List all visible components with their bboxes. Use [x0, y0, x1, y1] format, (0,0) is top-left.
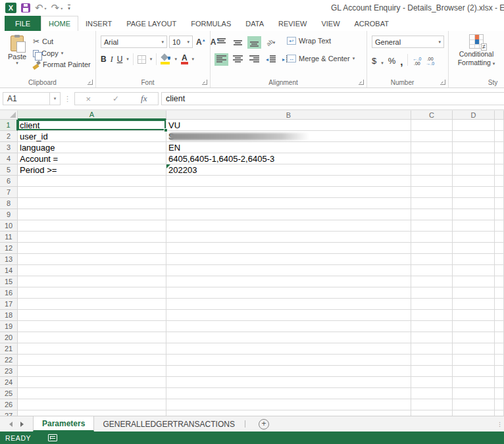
ribbon-tab-page-layout[interactable]: PAGE LAYOUT — [119, 16, 184, 31]
cell-D24[interactable] — [453, 377, 495, 388]
accounting-format-button[interactable]: $ — [372, 56, 376, 66]
cell-E13[interactable] — [495, 254, 504, 265]
formula-bar-splitter-icon[interactable]: ⋮ — [64, 95, 71, 103]
row-header-6[interactable]: 6 — [0, 176, 18, 187]
undo-caret-icon[interactable]: ▾ — [45, 6, 47, 11]
cell-E20[interactable] — [495, 332, 504, 343]
cell-A10[interactable] — [18, 220, 166, 232]
row-header-18[interactable]: 18 — [0, 310, 18, 321]
cell-A23[interactable] — [18, 366, 166, 377]
cell-B24[interactable] — [166, 377, 411, 388]
paste-caret-icon[interactable]: ▾ — [4, 61, 30, 66]
insert-function-icon[interactable]: fx — [141, 93, 147, 104]
cell-E24[interactable] — [495, 377, 504, 388]
cell-C7[interactable] — [411, 187, 453, 198]
row-header-20[interactable]: 20 — [0, 332, 18, 343]
row-header-14[interactable]: 14 — [0, 265, 18, 276]
select-all-corner[interactable] — [0, 111, 18, 120]
cell-B17[interactable] — [166, 299, 411, 310]
cell-E14[interactable] — [495, 265, 504, 276]
row-header-1[interactable]: 1 — [0, 120, 18, 131]
row-header-11[interactable]: 11 — [0, 232, 18, 243]
save-icon[interactable] — [21, 3, 30, 12]
cell-C22[interactable] — [411, 355, 453, 366]
fill-handle[interactable] — [164, 128, 168, 132]
cell-C8[interactable] — [411, 198, 453, 209]
cell-A18[interactable] — [18, 310, 166, 321]
cell-B1[interactable]: VU — [166, 120, 411, 131]
cell-C23[interactable] — [411, 366, 453, 377]
ribbon-tab-home[interactable]: HOME — [41, 16, 78, 31]
percent-style-button[interactable]: % — [388, 56, 396, 66]
cell-E2[interactable] — [495, 131, 504, 142]
fill-color-icon[interactable] — [161, 55, 170, 64]
cell-E18[interactable] — [495, 310, 504, 321]
decrease-decimal-button[interactable]: .00→.0 — [426, 57, 434, 66]
name-box[interactable]: A1 ▾ — [3, 92, 61, 105]
cell-B21[interactable] — [166, 343, 411, 355]
merge-center-button[interactable]: ↔ Merge & Center ▾ — [287, 55, 355, 62]
cell-D10[interactable] — [453, 220, 495, 232]
cell-D3[interactable] — [453, 142, 495, 153]
ribbon-tab-formulas[interactable]: FORMULAS — [184, 16, 238, 31]
bold-button[interactable]: B — [101, 55, 107, 64]
column-header-D[interactable]: D — [453, 111, 495, 120]
cell-E15[interactable] — [495, 276, 504, 287]
cell-A21[interactable] — [18, 343, 166, 355]
cell-A4[interactable]: Account = — [18, 153, 166, 164]
cell-D11[interactable] — [453, 232, 495, 243]
cell-A8[interactable] — [18, 198, 166, 209]
cell-D14[interactable] — [453, 265, 495, 276]
cell-C1[interactable] — [411, 120, 453, 131]
font-color-icon[interactable]: A — [181, 55, 188, 64]
accounting-caret-icon[interactable]: ▾ — [381, 61, 384, 66]
cancel-icon[interactable]: × — [86, 94, 91, 104]
fill-color-caret-icon[interactable]: ▾ — [174, 57, 177, 62]
cell-B19[interactable] — [166, 321, 411, 332]
cell-C10[interactable] — [411, 220, 453, 232]
row-header-17[interactable]: 17 — [0, 299, 18, 310]
cell-A12[interactable] — [18, 243, 166, 254]
cell-E1[interactable] — [495, 120, 504, 131]
cell-A9[interactable] — [18, 209, 166, 220]
font-color-caret-icon[interactable]: ▾ — [192, 57, 195, 62]
row-header-25[interactable]: 25 — [0, 388, 18, 399]
formula-input[interactable]: client — [161, 92, 504, 105]
tab-bar-splitter-icon[interactable]: ⋮ — [497, 421, 503, 428]
number-format-combo[interactable]: General ▾ — [372, 36, 444, 48]
cell-D23[interactable] — [453, 366, 495, 377]
cell-C14[interactable] — [411, 265, 453, 276]
cell-D18[interactable] — [453, 310, 495, 321]
customize-qat-icon[interactable]: ▾ — [68, 5, 70, 11]
align-left-button[interactable] — [214, 53, 228, 66]
row-header-4[interactable]: 4 — [0, 153, 18, 164]
cell-A26[interactable] — [18, 399, 166, 410]
row-header-27[interactable]: 27 — [0, 410, 18, 416]
font-name-combo[interactable]: Arial ▾ — [101, 36, 167, 48]
new-sheet-button[interactable]: + — [259, 419, 269, 430]
cell-E11[interactable] — [495, 232, 504, 243]
cell-C17[interactable] — [411, 299, 453, 310]
cell-B15[interactable] — [166, 276, 411, 287]
cell-E4[interactable] — [495, 153, 504, 164]
cell-A2[interactable]: user_id — [18, 131, 166, 142]
cell-B13[interactable] — [166, 254, 411, 265]
sheet-tab-parameters[interactable]: Parameters — [33, 416, 94, 432]
ribbon-tab-data[interactable]: DATA — [238, 16, 271, 31]
cell-D26[interactable] — [453, 399, 495, 410]
cell-B23[interactable] — [166, 366, 411, 377]
top-align-button[interactable] — [214, 36, 228, 49]
cell-A17[interactable] — [18, 299, 166, 310]
sheet-nav-right-icon[interactable] — [20, 422, 24, 427]
cell-E5[interactable] — [495, 164, 504, 176]
cell-E7[interactable] — [495, 187, 504, 198]
ribbon-tab-review[interactable]: REVIEW — [271, 16, 314, 31]
cell-E10[interactable] — [495, 220, 504, 232]
cell-D27[interactable] — [453, 410, 495, 416]
cell-D12[interactable] — [453, 243, 495, 254]
cell-B6[interactable] — [166, 176, 411, 187]
cell-E17[interactable] — [495, 299, 504, 310]
cell-B18[interactable] — [166, 310, 411, 321]
row-header-9[interactable]: 9 — [0, 209, 18, 220]
cell-B7[interactable] — [166, 187, 411, 198]
